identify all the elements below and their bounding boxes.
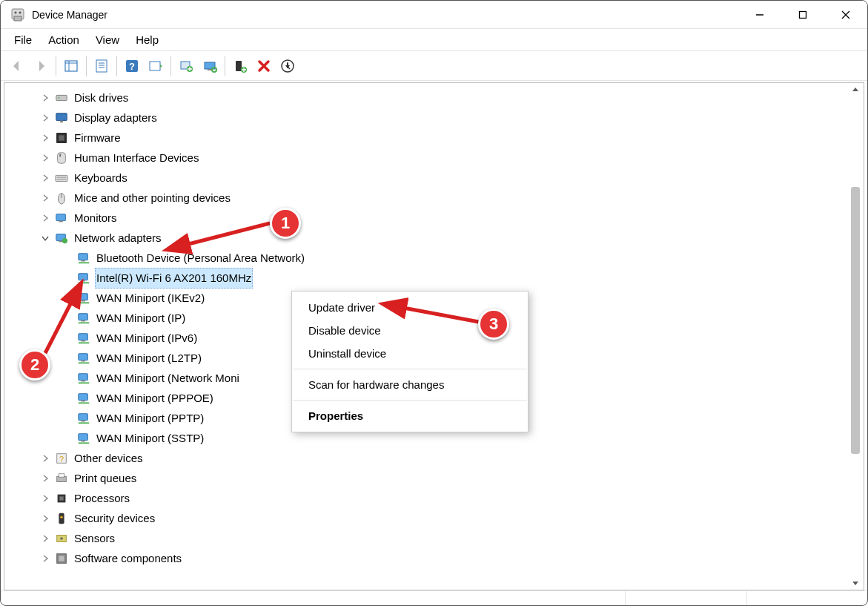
tree-device[interactable]: Bluetooth Device (Personal Area Network) bbox=[18, 248, 864, 268]
svg-rect-72 bbox=[81, 440, 85, 441]
expander-icon[interactable] bbox=[40, 473, 50, 484]
expander-icon[interactable] bbox=[40, 153, 50, 163]
svg-rect-23 bbox=[236, 61, 242, 71]
tree-category[interactable]: Processors bbox=[18, 488, 864, 508]
tree-category[interactable]: Sensors bbox=[18, 528, 864, 548]
ctx-uninstall-device[interactable]: Uninstall device bbox=[292, 342, 528, 365]
menu-help[interactable]: Help bbox=[128, 30, 166, 49]
expander-icon[interactable] bbox=[40, 93, 50, 103]
show-hide-console-tree-button[interactable] bbox=[59, 54, 83, 78]
ctx-properties[interactable]: Properties bbox=[292, 404, 528, 427]
tree-category-label: Display adapters bbox=[73, 108, 159, 128]
svg-line-87 bbox=[45, 298, 73, 353]
scroll-thumb[interactable] bbox=[851, 187, 860, 454]
svg-rect-62 bbox=[79, 373, 88, 380]
svg-rect-61 bbox=[79, 362, 89, 363]
expander-icon[interactable] bbox=[40, 233, 50, 243]
tree-device-label: Intel(R) Wi-Fi 6 AX201 160MHz bbox=[95, 268, 253, 289]
vertical-scrollbar[interactable] bbox=[849, 83, 862, 590]
minimize-button[interactable] bbox=[738, 1, 781, 29]
expander-icon[interactable] bbox=[40, 533, 50, 544]
tree-category-label: Network adapters bbox=[73, 228, 163, 248]
tree-category[interactable]: Security devices bbox=[18, 508, 864, 528]
expander-icon[interactable] bbox=[40, 173, 50, 183]
svg-line-86 bbox=[183, 223, 270, 246]
svg-rect-45 bbox=[81, 260, 85, 261]
network-adapter-icon bbox=[77, 271, 90, 285]
statusbar bbox=[1, 590, 867, 605]
tree-category-label: Human Interface Devices bbox=[73, 148, 200, 168]
svg-rect-60 bbox=[81, 360, 85, 361]
menu-view[interactable]: View bbox=[88, 30, 127, 49]
device-category-icon bbox=[55, 552, 68, 565]
scroll-up-button[interactable] bbox=[849, 83, 862, 96]
tree-category[interactable]: ?Other devices bbox=[18, 448, 864, 468]
svg-rect-26 bbox=[56, 95, 67, 100]
svg-rect-1 bbox=[14, 16, 21, 21]
menu-action[interactable]: Action bbox=[41, 30, 87, 49]
svg-rect-31 bbox=[59, 135, 64, 140]
tree-category[interactable]: Disk drives bbox=[18, 88, 864, 108]
svg-point-43 bbox=[62, 238, 67, 243]
tree-device-label: WAN Miniport (SSTP) bbox=[95, 429, 205, 448]
svg-rect-40 bbox=[59, 220, 62, 222]
expander-icon[interactable] bbox=[40, 553, 50, 564]
network-adapter-icon bbox=[77, 372, 90, 385]
svg-rect-65 bbox=[79, 393, 88, 400]
svg-rect-69 bbox=[81, 420, 85, 421]
expander-icon[interactable] bbox=[40, 513, 50, 524]
properties-button[interactable] bbox=[90, 54, 113, 78]
scroll-down-button[interactable] bbox=[849, 576, 862, 590]
enable-device-button[interactable] bbox=[228, 54, 252, 78]
svg-rect-11 bbox=[96, 60, 107, 72]
tree-category[interactable]: Monitors bbox=[18, 208, 864, 228]
back-button[interactable] bbox=[5, 54, 29, 78]
device-category-icon bbox=[55, 472, 68, 485]
svg-line-88 bbox=[400, 307, 479, 322]
forward-button[interactable] bbox=[29, 54, 53, 78]
menu-file[interactable]: File bbox=[7, 30, 39, 49]
svg-rect-63 bbox=[81, 380, 85, 381]
svg-rect-73 bbox=[79, 442, 89, 444]
tree-category[interactable]: Firmware bbox=[18, 128, 864, 148]
tree-category-label: Print queues bbox=[73, 469, 138, 488]
expander-icon[interactable] bbox=[40, 453, 50, 464]
tree-category-label: Firmware bbox=[73, 128, 122, 148]
expander-icon[interactable] bbox=[40, 133, 50, 143]
svg-rect-33 bbox=[59, 154, 61, 157]
tree-device-label: WAN Miniport (PPPOE) bbox=[95, 389, 215, 408]
device-category-icon bbox=[55, 171, 68, 185]
scan-hardware-button[interactable] bbox=[198, 54, 222, 78]
close-button[interactable] bbox=[824, 1, 867, 29]
uninstall-device-button[interactable] bbox=[252, 54, 276, 78]
maximize-button[interactable] bbox=[781, 1, 824, 29]
tree-category[interactable]: Network adapters bbox=[18, 228, 864, 248]
svg-rect-64 bbox=[79, 382, 89, 383]
tree-category[interactable]: Mice and other pointing devices bbox=[18, 188, 864, 208]
tree-category[interactable]: Keyboards bbox=[18, 168, 864, 188]
tree-category-label: Processors bbox=[73, 489, 131, 508]
device-category-icon bbox=[55, 512, 68, 525]
expander-icon[interactable] bbox=[40, 213, 50, 223]
ctx-scan-hardware[interactable]: Scan for hardware changes bbox=[292, 373, 528, 396]
expander-icon[interactable] bbox=[40, 113, 50, 123]
help-button[interactable]: ? bbox=[120, 54, 144, 78]
disable-device-button[interactable] bbox=[276, 54, 299, 78]
tree-category[interactable]: Display adapters bbox=[18, 108, 864, 128]
tree-category[interactable]: Print queues bbox=[18, 468, 864, 488]
expander-icon[interactable] bbox=[40, 493, 50, 504]
tree-category-label: Sensors bbox=[73, 529, 116, 548]
tree-category[interactable]: Software components bbox=[18, 548, 864, 568]
tree-device[interactable]: Intel(R) Wi-Fi 6 AX201 160MHz bbox=[18, 268, 864, 288]
tree-category[interactable]: Human Interface Devices bbox=[18, 148, 864, 168]
annotation-arrow-1 bbox=[177, 223, 274, 256]
svg-text:?: ? bbox=[129, 61, 135, 72]
svg-rect-71 bbox=[79, 433, 88, 440]
svg-rect-48 bbox=[81, 280, 85, 281]
expander-icon[interactable] bbox=[40, 193, 50, 203]
action-button[interactable] bbox=[144, 54, 168, 78]
svg-point-22 bbox=[212, 67, 216, 72]
update-driver-button[interactable] bbox=[174, 54, 198, 78]
device-category-icon bbox=[55, 191, 68, 205]
svg-rect-47 bbox=[79, 273, 88, 280]
